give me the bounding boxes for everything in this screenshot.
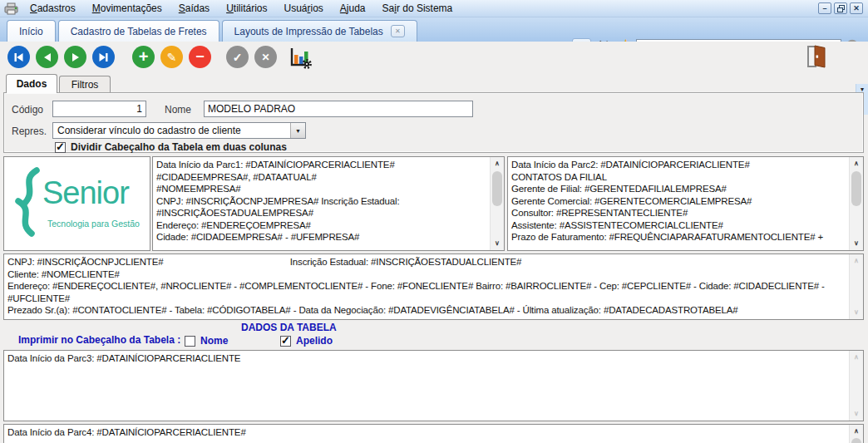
tab-inicio[interactable]: Início xyxy=(7,20,56,42)
menu-item-ajuda[interactable]: Ajuda xyxy=(332,1,374,17)
window-controls: – ✕ xyxy=(818,2,863,14)
confirm-icon: ✓ xyxy=(233,52,243,63)
footer-parc4-text[interactable]: Data Início da Parc4: #DATAINÍCIOPARCERI… xyxy=(4,425,849,443)
scroll-thumb[interactable] xyxy=(492,171,502,206)
tab-cadastro-tabelas-fretes[interactable]: Cadastro de Tabelas de Fretes xyxy=(58,20,219,42)
menu-item-sair-do-sistema[interactable]: Sair do Sistema xyxy=(374,1,461,17)
exit-door-button[interactable] xyxy=(805,44,828,69)
scroll-down-icon[interactable]: ∨ xyxy=(850,238,863,249)
tab-cadastro-label: Cadastro de Tabelas de Fretes xyxy=(71,26,207,37)
nome-checkbox[interactable]: ✓ xyxy=(185,336,195,347)
codigo-input[interactable]: 1 xyxy=(52,101,146,117)
first-record-button[interactable] xyxy=(7,46,30,68)
vertical-scrollbar[interactable]: ∧ ∨ xyxy=(490,157,504,250)
footer-parc3-editor[interactable]: Data Início da Parc3: #DATAINÍCIOPARCERI… xyxy=(3,350,864,421)
vertical-scrollbar[interactable]: ∧ ∨ xyxy=(849,157,863,250)
header-col1-editor[interactable]: Data Início da Parc1: #DATAINÍCIOPARCERI… xyxy=(152,156,505,251)
close-tab-icon[interactable]: ✕ xyxy=(391,25,405,37)
delete-icon: − xyxy=(195,49,205,64)
menu-item-utilitarios[interactable]: Utilitários xyxy=(218,1,275,17)
workspace-tab-strip: Início Cadastro de Tabelas de Fretes Lay… xyxy=(0,17,868,42)
repres-selected-value: Considerar vínculo do cadastro de client… xyxy=(57,125,241,136)
close-window-button[interactable]: ✕ xyxy=(850,2,863,14)
senior-logo-panel: Senior Tecnologia para Gestão xyxy=(3,156,150,251)
divide-header-label: Dividir Cabeçalho da Tabela em duas colu… xyxy=(71,141,287,153)
scroll-down-icon[interactable]: ∨ xyxy=(850,408,863,420)
scroll-down-icon[interactable]: ∨ xyxy=(491,238,504,249)
apelido-checkbox-row: ✓ Apelido xyxy=(280,335,333,347)
nome-checkbox-row: ✓ Nome xyxy=(185,335,228,347)
print-header-label: Imprimir no Cabeçalho da Tabela : xyxy=(18,334,180,346)
edit-icon: ✎ xyxy=(167,52,177,63)
header-col2-editor[interactable]: Data Início da Parc2: #DATAINÍCIOPARCERI… xyxy=(507,156,864,251)
report-chart-button[interactable] xyxy=(288,45,313,70)
menu-item-cadastros[interactable]: Cadastros xyxy=(22,1,84,17)
add-icon: + xyxy=(139,48,149,65)
vertical-scrollbar[interactable]: ∧ xyxy=(849,425,863,443)
menu-item-usuarios[interactable]: Usuários xyxy=(275,1,331,17)
apelido-checkbox[interactable]: ✓ xyxy=(280,336,291,347)
scroll-up-icon[interactable]: ∧ xyxy=(850,426,863,437)
next-record-button[interactable] xyxy=(64,46,86,68)
delete-record-button[interactable]: − xyxy=(189,46,211,68)
cancel-button[interactable]: ✕ xyxy=(254,46,277,68)
last-record-button[interactable] xyxy=(92,46,115,68)
edit-record-button[interactable]: ✎ xyxy=(160,46,183,68)
brand-name: Senior xyxy=(42,175,129,211)
vertical-scrollbar[interactable]: ∧ ∨ xyxy=(849,254,863,319)
form-tab-dados-label: Dados xyxy=(17,78,47,90)
confirm-button[interactable]: ✓ xyxy=(226,46,249,68)
tab-layouts-impressao[interactable]: Layouts de Impressão de Tabelas ✕ xyxy=(222,20,417,42)
record-toolbar: + ✎ − ✓ ✕ ▾ xyxy=(0,42,868,73)
add-record-button[interactable]: + xyxy=(132,46,155,68)
tab-inicio-label: Início xyxy=(19,26,43,37)
client-header-editor[interactable]: CNPJ: #INSCRIÇÃOCNPJCLIENTE# Inscrição E… xyxy=(3,253,864,320)
menu-bar: Cadastros Movimentações Saídas Utilitári… xyxy=(0,0,868,17)
table-section-title: DADOS DA TABELA xyxy=(241,322,337,333)
dropdown-arrow-icon: ▼ xyxy=(295,128,301,134)
repres-dropdown-button[interactable]: ▼ xyxy=(290,123,305,138)
codigo-label: Código xyxy=(12,104,43,116)
menu-item-movimentacoes[interactable]: Movimentações xyxy=(84,1,170,17)
cancel-icon: ✕ xyxy=(261,52,269,62)
app-icon xyxy=(4,2,19,15)
last-record-icon xyxy=(98,52,109,62)
checkmark-icon: ✓ xyxy=(56,140,65,153)
repres-select[interactable]: Considerar vínculo do cadastro de client… xyxy=(52,122,306,139)
first-record-icon xyxy=(13,52,24,62)
scroll-up-icon[interactable]: ∧ xyxy=(850,352,863,363)
restore-icon xyxy=(837,5,845,12)
previous-record-icon xyxy=(42,52,52,62)
header-col2-text[interactable]: Data Início da Parc2: #DATAINÍCIOPARCERI… xyxy=(508,157,849,250)
form-tab-filtros[interactable]: Filtros xyxy=(59,76,111,93)
header-col1-text[interactable]: Data Início da Parc1: #DATAINÍCIOPARCERI… xyxy=(153,157,490,250)
application-window: Cadastros Movimentações Saídas Utilitári… xyxy=(0,0,868,443)
scroll-up-icon[interactable]: ∧ xyxy=(850,158,863,170)
previous-record-button[interactable] xyxy=(36,46,58,68)
form-tab-dados[interactable]: Dados xyxy=(6,74,57,93)
next-record-icon xyxy=(71,52,81,62)
restore-button[interactable] xyxy=(834,2,847,14)
nome-label: Nome xyxy=(165,104,191,116)
scroll-up-icon[interactable]: ∧ xyxy=(491,158,504,170)
scroll-thumb[interactable] xyxy=(851,171,861,206)
scroll-thumb[interactable] xyxy=(851,438,861,443)
record-groupbox: Código 1 Nome MODELO PADRAO Repres. Cons… xyxy=(3,92,864,153)
nome-input[interactable]: MODELO PADRAO xyxy=(204,101,473,117)
nome-checkbox-label: Nome xyxy=(200,335,228,347)
scroll-down-icon[interactable]: ∨ xyxy=(850,307,863,318)
repres-label: Repres. xyxy=(12,126,47,137)
menu-item-saidas[interactable]: Saídas xyxy=(170,1,218,17)
divide-header-checkbox-row: ✓ Dividir Cabeçalho da Tabela em duas co… xyxy=(55,141,287,153)
tab-layouts-label: Layouts de Impressão de Tabelas xyxy=(234,26,383,37)
footer-parc4-editor[interactable]: Data Início da Parc4: #DATAINÍCIOPARCERI… xyxy=(3,424,864,443)
scroll-up-icon[interactable]: ∧ xyxy=(850,255,863,267)
minimize-button[interactable]: – xyxy=(818,2,831,14)
divide-header-checkbox[interactable]: ✓ xyxy=(55,142,66,153)
vertical-scrollbar[interactable]: ∧ ∨ xyxy=(849,351,863,421)
footer-parc3-text[interactable]: Data Início da Parc3: #DATAINÍCIOPARCERI… xyxy=(4,351,849,421)
client-header-text[interactable]: CNPJ: #INSCRIÇÃOCNPJCLIENTE# Inscrição E… xyxy=(4,254,849,319)
checkmark-icon: ✓ xyxy=(281,334,290,347)
form-tab-filtros-label: Filtros xyxy=(72,79,99,91)
senior-logo-glyph xyxy=(12,167,41,239)
